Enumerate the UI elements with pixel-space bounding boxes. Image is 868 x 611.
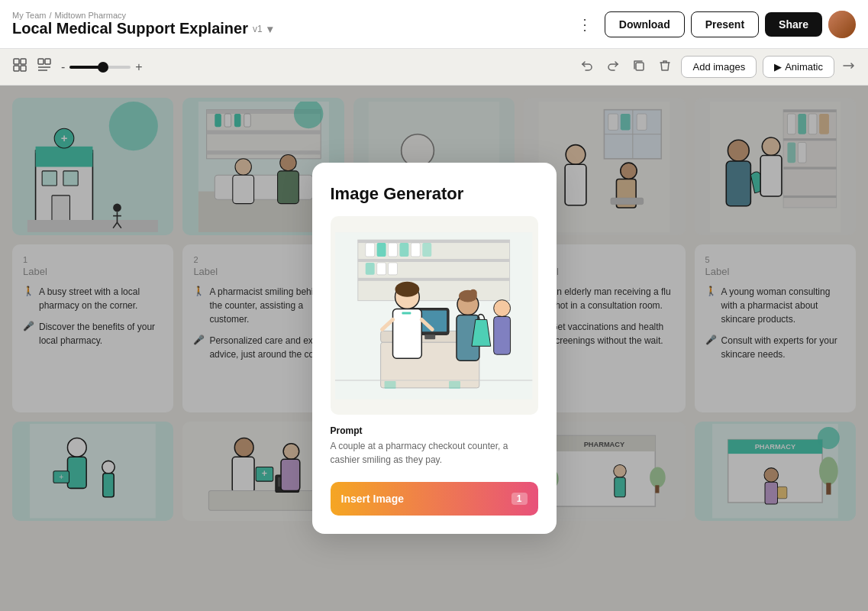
breadcrumb-team[interactable]: My Team bbox=[12, 11, 46, 20]
svg-rect-1 bbox=[21, 59, 26, 64]
add-images-button[interactable]: Add images bbox=[681, 56, 757, 78]
svg-rect-131 bbox=[389, 262, 398, 274]
title-text: Local Medical Support Explainer bbox=[12, 20, 248, 37]
collapse-panel-button[interactable] bbox=[841, 58, 856, 76]
svg-rect-139 bbox=[393, 309, 422, 358]
svg-rect-130 bbox=[377, 262, 386, 274]
header-left: My Team / Midtown Pharmacy Local Medical… bbox=[12, 11, 273, 37]
svg-rect-0 bbox=[14, 59, 19, 64]
svg-point-138 bbox=[395, 281, 420, 296]
breadcrumb-pharmacy[interactable]: Midtown Pharmacy bbox=[54, 11, 126, 20]
zoom-in-button[interactable]: + bbox=[135, 60, 142, 74]
svg-rect-121 bbox=[358, 258, 510, 261]
avatar-image bbox=[828, 11, 856, 38]
modal-overlay[interactable]: Image Generator bbox=[0, 86, 868, 611]
svg-rect-140 bbox=[402, 312, 411, 314]
present-button[interactable]: Present bbox=[691, 11, 759, 37]
svg-rect-148 bbox=[494, 316, 511, 354]
svg-rect-150 bbox=[385, 380, 396, 388]
svg-rect-4 bbox=[38, 59, 44, 64]
delete-button[interactable] bbox=[655, 56, 675, 79]
svg-rect-3 bbox=[21, 66, 26, 71]
chevron-down-icon[interactable]: ▾ bbox=[267, 23, 273, 35]
breadcrumb: My Team / Midtown Pharmacy bbox=[12, 11, 273, 20]
zoom-control: - + bbox=[61, 60, 143, 74]
svg-rect-124 bbox=[377, 243, 386, 257]
insert-image-label: Insert Image bbox=[341, 493, 404, 505]
copy-button[interactable] bbox=[629, 56, 649, 79]
toolbar-left: - + bbox=[12, 57, 143, 76]
svg-rect-129 bbox=[366, 262, 375, 274]
insert-count-badge: 1 bbox=[511, 493, 528, 505]
share-button[interactable]: Share bbox=[765, 12, 822, 37]
canvas-area: + 1 bbox=[0, 86, 868, 611]
grid-view-icon[interactable] bbox=[12, 57, 27, 76]
download-button[interactable]: Download bbox=[605, 11, 685, 37]
breadcrumb-sep: / bbox=[49, 11, 51, 20]
version-badge[interactable]: v1 bbox=[253, 24, 263, 34]
toolbar: - + Add images ▶ Animatic bbox=[0, 49, 868, 86]
play-icon: ▶ bbox=[774, 61, 782, 73]
prompt-label: Prompt bbox=[331, 425, 538, 436]
modal-title: Image Generator bbox=[331, 184, 538, 204]
svg-rect-128 bbox=[423, 243, 432, 257]
avatar[interactable] bbox=[828, 11, 856, 38]
list-view-icon[interactable] bbox=[37, 57, 52, 76]
modal-image bbox=[331, 216, 538, 415]
zoom-slider[interactable] bbox=[69, 66, 131, 69]
svg-rect-122 bbox=[358, 277, 510, 280]
svg-rect-123 bbox=[366, 243, 375, 257]
undo-button[interactable] bbox=[577, 56, 597, 79]
svg-rect-2 bbox=[14, 66, 19, 71]
svg-rect-5 bbox=[45, 59, 50, 64]
header: My Team / Midtown Pharmacy Local Medical… bbox=[0, 0, 868, 49]
toolbar-right: Add images ▶ Animatic bbox=[577, 56, 856, 79]
image-generator-modal: Image Generator bbox=[312, 163, 557, 534]
prompt-text: A couple at a pharmacy checkout counter,… bbox=[331, 439, 538, 467]
animatic-button[interactable]: ▶ Animatic bbox=[763, 56, 834, 78]
svg-point-147 bbox=[494, 299, 511, 316]
svg-rect-136 bbox=[425, 335, 436, 339]
svg-point-145 bbox=[469, 289, 477, 296]
svg-rect-151 bbox=[449, 380, 460, 388]
insert-image-button[interactable]: Insert Image 1 bbox=[331, 482, 538, 516]
header-right: ⋮ Download Present Share bbox=[571, 11, 856, 38]
more-options-icon[interactable]: ⋮ bbox=[571, 15, 599, 34]
svg-rect-120 bbox=[358, 240, 510, 243]
page-title: Local Medical Support Explainer v1 ▾ bbox=[12, 20, 273, 37]
svg-rect-127 bbox=[411, 243, 421, 257]
svg-rect-8 bbox=[636, 63, 644, 70]
svg-rect-125 bbox=[389, 243, 398, 257]
svg-rect-126 bbox=[400, 243, 409, 257]
redo-button[interactable] bbox=[603, 56, 623, 79]
zoom-out-button[interactable]: - bbox=[61, 60, 65, 74]
animatic-label: Animatic bbox=[785, 61, 823, 73]
